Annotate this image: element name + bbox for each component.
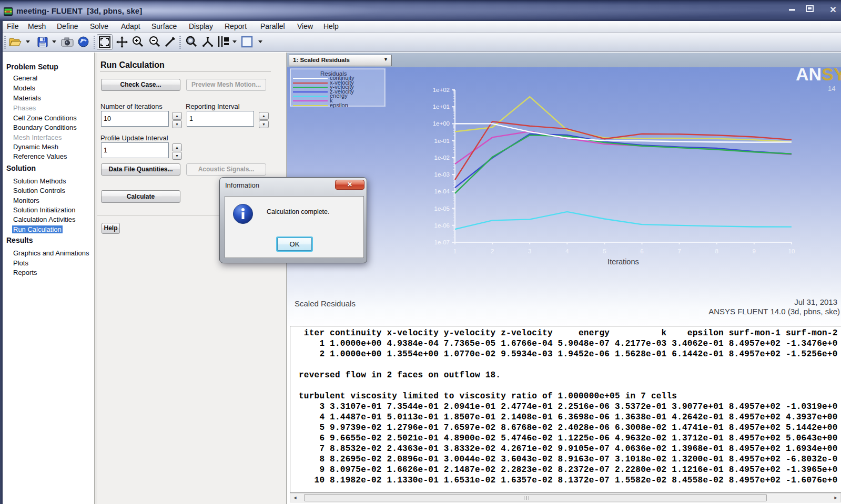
svg-text:1e+00: 1e+00 (433, 120, 450, 127)
svg-text:1e-04: 1e-04 (434, 188, 450, 194)
svg-text:1: 1 (453, 248, 457, 254)
svg-text:10: 10 (788, 248, 795, 254)
svg-text:1e-01: 1e-01 (434, 138, 450, 144)
svg-text:1e-06: 1e-06 (434, 222, 450, 229)
svg-text:2: 2 (491, 248, 494, 254)
svg-text:8: 8 (715, 248, 718, 254)
svg-text:5: 5 (603, 248, 606, 254)
svg-text:4: 4 (565, 248, 569, 254)
svg-text:1e-03: 1e-03 (434, 171, 450, 178)
svg-text:9: 9 (753, 248, 756, 254)
svg-text:1e-05: 1e-05 (434, 205, 450, 212)
svg-text:Iterations: Iterations (607, 258, 639, 266)
svg-text:1e-02: 1e-02 (434, 155, 450, 161)
svg-text:1e+01: 1e+01 (433, 104, 450, 110)
svg-text:1e-07: 1e-07 (434, 239, 450, 245)
svg-text:6: 6 (640, 248, 643, 254)
svg-text:7: 7 (677, 248, 681, 254)
svg-text:3: 3 (528, 248, 531, 254)
svg-text:1e+02: 1e+02 (433, 87, 450, 93)
